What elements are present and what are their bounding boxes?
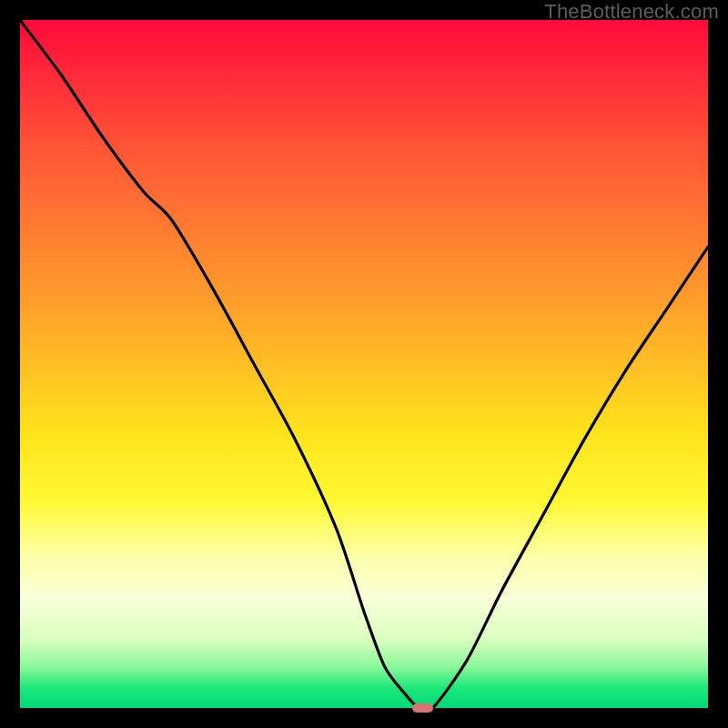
- bottleneck-curve: [20, 20, 708, 708]
- optimal-marker: [412, 703, 433, 713]
- watermark-label: TheBottleneck.com: [544, 0, 719, 24]
- chart-frame: TheBottleneck.com: [0, 0, 728, 728]
